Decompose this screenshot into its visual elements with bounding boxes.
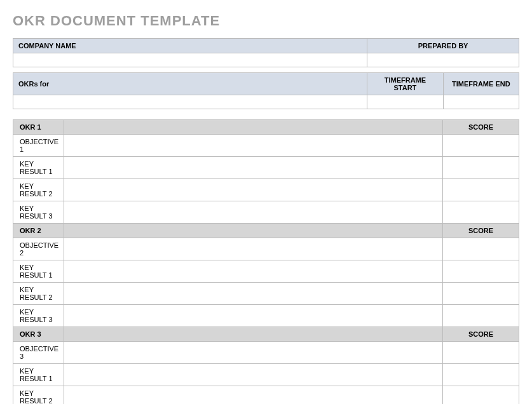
okr2-title: OKR 2: [13, 224, 64, 238]
okr2-objective-input[interactable]: [64, 238, 443, 260]
page-title: OKR DOCUMENT TEMPLATE: [13, 13, 519, 29]
okr3-objective-label: OBJECTIVE 3: [13, 342, 64, 364]
okr2-objective-label: OBJECTIVE 2: [13, 238, 64, 260]
okr1-objective-input[interactable]: [64, 135, 443, 157]
okr1-title: OKR 1: [13, 120, 64, 135]
okr3-kr2-label: KEY RESULT 2: [13, 386, 64, 405]
okrs-for-header: OKRs for: [13, 73, 367, 95]
okr2-kr2-input[interactable]: [64, 283, 443, 305]
okr2-kr3-score[interactable]: [443, 305, 519, 327]
okr3-objective-input[interactable]: [64, 342, 443, 364]
okr1-kr2-input[interactable]: [64, 179, 443, 201]
timeframe-end-input[interactable]: [443, 95, 519, 109]
okr1-kr1-input[interactable]: [64, 157, 443, 179]
okr2-kr1-score[interactable]: [443, 260, 519, 283]
okr3-spacer: [64, 327, 443, 342]
okr1-objective-score[interactable]: [443, 135, 519, 157]
okr3-objective-score[interactable]: [443, 342, 519, 364]
okr3-kr1-input[interactable]: [64, 364, 443, 386]
okr1-kr1-label: KEY RESULT 1: [13, 157, 64, 179]
timeframe-start-input[interactable]: [367, 95, 443, 109]
okr2-spacer: [64, 224, 443, 238]
okr2-kr2-label: KEY RESULT 2: [13, 283, 64, 305]
okr3-score-header: SCORE: [443, 327, 519, 342]
okr2-kr1-input[interactable]: [64, 260, 443, 283]
okr-table: OKR 1 SCORE OBJECTIVE 1 KEY RESULT 1 KEY…: [13, 119, 519, 404]
header-table-1: COMPANY NAME PREPARED BY: [13, 38, 519, 67]
company-name-header: COMPANY NAME: [13, 39, 367, 53]
okr3-kr1-score[interactable]: [443, 364, 519, 386]
okr1-kr3-label: KEY RESULT 3: [13, 201, 64, 224]
okr2-score-header: SCORE: [443, 224, 519, 238]
okr1-objective-label: OBJECTIVE 1: [13, 135, 64, 157]
okr3-title: OKR 3: [13, 327, 64, 342]
okr1-kr3-input[interactable]: [64, 201, 443, 224]
okr1-spacer: [64, 120, 443, 135]
okrs-for-input[interactable]: [13, 95, 367, 109]
okr2-kr3-input[interactable]: [64, 305, 443, 327]
okr2-objective-score[interactable]: [443, 238, 519, 260]
okr1-kr2-score[interactable]: [443, 179, 519, 201]
okr1-kr3-score[interactable]: [443, 201, 519, 224]
okr2-kr3-label: KEY RESULT 3: [13, 305, 64, 327]
timeframe-start-header: TIMEFRAME START: [367, 73, 443, 95]
okr3-kr2-score[interactable]: [443, 386, 519, 405]
okr1-kr1-score[interactable]: [443, 157, 519, 179]
timeframe-end-header: TIMEFRAME END: [443, 73, 519, 95]
header-table-2: OKRs for TIMEFRAME START TIMEFRAME END: [13, 72, 519, 109]
okr1-score-header: SCORE: [443, 120, 519, 135]
okr2-kr1-label: KEY RESULT 1: [13, 260, 64, 283]
prepared-by-input[interactable]: [367, 53, 519, 67]
company-name-input[interactable]: [13, 53, 367, 67]
prepared-by-header: PREPARED BY: [367, 39, 519, 53]
okr1-kr2-label: KEY RESULT 2: [13, 179, 64, 201]
okr3-kr1-label: KEY RESULT 1: [13, 364, 64, 386]
okr3-kr2-input[interactable]: [64, 386, 443, 405]
okr2-kr2-score[interactable]: [443, 283, 519, 305]
